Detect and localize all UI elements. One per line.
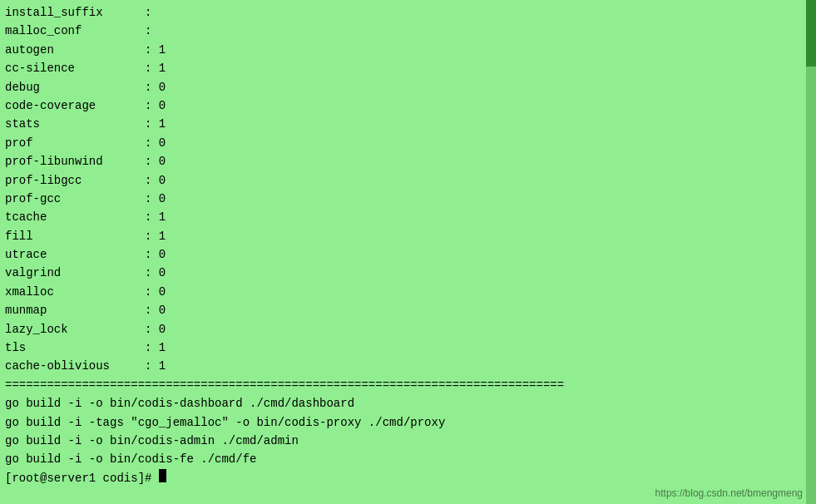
key-tls: tls : 1: [5, 338, 166, 357]
cursor: [159, 469, 166, 482]
line-debug: debug : 0: [5, 78, 811, 96]
key-utrace: utrace : 0: [5, 245, 166, 264]
key-cc-silence: cc-silence : 1: [5, 59, 166, 77]
line-xmalloc: xmalloc : 0: [5, 283, 811, 301]
key-install-suffix: install_suffix :: [5, 3, 151, 22]
line-prof: prof : 0: [5, 134, 811, 152]
line-install-suffix: install_suffix :: [5, 3, 811, 22]
cmd-fe-text: go build -i -o bin/codis-fe ./cmd/fe: [5, 450, 256, 468]
key-prof-gcc: prof-gcc : 0: [5, 190, 166, 208]
build-cmd-dashboard: go build -i -o bin/codis-dashboard ./cmd…: [5, 394, 811, 413]
key-lazy-lock: lazy_lock : 0: [5, 320, 166, 338]
cmd-proxy-text: go build -i -tags "cgo_jemalloc" -o bin/…: [5, 413, 445, 432]
line-cc-silence: cc-silence : 1: [5, 59, 811, 77]
key-prof-libunwind: prof-libunwind : 0: [5, 152, 166, 170]
line-malloc-conf: malloc_conf :: [5, 22, 811, 40]
cmd-dashboard-text: go build -i -o bin/codis-dashboard ./cmd…: [5, 394, 354, 413]
key-stats: stats : 1: [5, 115, 166, 133]
line-fill: fill : 1: [5, 227, 811, 245]
separator-text: ========================================…: [5, 376, 564, 394]
key-valgrind: valgrind : 0: [5, 264, 166, 282]
key-munmap: munmap : 0: [5, 301, 166, 319]
terminal: install_suffix : malloc_conf : autogen :…: [0, 0, 816, 504]
line-munmap: munmap : 0: [5, 301, 811, 319]
key-fill: fill : 1: [5, 227, 166, 245]
key-code-coverage: code-coverage : 0: [5, 96, 166, 115]
key-tcache: tcache : 1: [5, 208, 166, 226]
line-tcache: tcache : 1: [5, 208, 811, 226]
key-debug: debug : 0: [5, 78, 166, 96]
line-prof-gcc: prof-gcc : 0: [5, 190, 811, 208]
separator-line: ========================================…: [5, 376, 811, 394]
key-autogen: autogen : 1: [5, 41, 166, 59]
key-malloc-conf: malloc_conf :: [5, 22, 151, 40]
key-prof-libgcc: prof-libgcc : 0: [5, 171, 166, 190]
cmd-admin-text: go build -i -o bin/codis-admin ./cmd/adm…: [5, 432, 299, 450]
key-xmalloc: xmalloc : 0: [5, 283, 166, 301]
line-code-coverage: code-coverage : 0: [5, 96, 811, 115]
line-lazy-lock: lazy_lock : 0: [5, 320, 811, 338]
line-tls: tls : 1: [5, 338, 811, 357]
line-utrace: utrace : 0: [5, 245, 811, 264]
prompt-text: [root@server1 codis]#: [5, 469, 159, 487]
key-cache-oblivious: cache-oblivious : 1: [5, 357, 166, 375]
line-stats: stats : 1: [5, 115, 811, 133]
line-valgrind: valgrind : 0: [5, 264, 811, 282]
build-cmd-admin: go build -i -o bin/codis-admin ./cmd/adm…: [5, 432, 811, 450]
prompt-line[interactable]: [root@server1 codis]#: [5, 469, 811, 487]
build-cmd-proxy: go build -i -tags "cgo_jemalloc" -o bin/…: [5, 413, 811, 432]
build-cmd-fe: go build -i -o bin/codis-fe ./cmd/fe: [5, 450, 811, 468]
key-prof: prof : 0: [5, 134, 166, 152]
line-prof-libgcc: prof-libgcc : 0: [5, 171, 811, 190]
line-cache-oblivious: cache-oblivious : 1: [5, 357, 811, 375]
watermark: https://blog.csdn.net/bmengmeng: [655, 487, 803, 499]
line-autogen: autogen : 1: [5, 41, 811, 59]
line-prof-libunwind: prof-libunwind : 0: [5, 152, 811, 170]
scrollbar[interactable]: [806, 0, 816, 504]
scrollbar-thumb[interactable]: [806, 0, 816, 67]
